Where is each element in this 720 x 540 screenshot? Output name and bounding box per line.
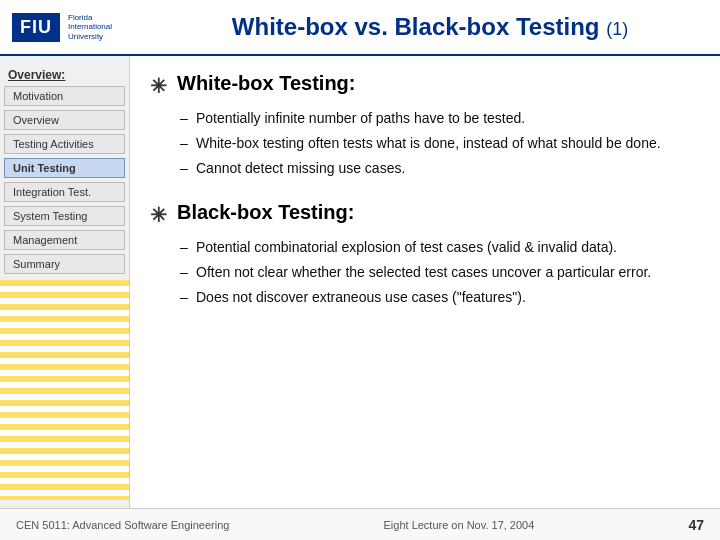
blackbox-section: ✳ Black-box Testing: Potential combinato…	[150, 201, 700, 310]
sidebar: Overview: Motivation Overview Testing Ac…	[0, 56, 130, 508]
sidebar-decoration	[0, 280, 129, 500]
blackbox-list: Potential combinatorial explosion of tes…	[180, 235, 700, 310]
logo-sub: Florida International University	[68, 13, 138, 42]
sidebar-item-system-testing[interactable]: System Testing	[4, 206, 125, 226]
blackbox-body: Potential combinatorial explosion of tes…	[180, 235, 700, 310]
header: FIU Florida International University Whi…	[0, 0, 720, 56]
sidebar-item-integration-test[interactable]: Integration Test.	[4, 182, 125, 202]
sidebar-item-overview[interactable]: Overview	[4, 110, 125, 130]
blackbox-title: Black-box Testing:	[177, 201, 354, 224]
sidebar-item-unit-testing[interactable]: Unit Testing	[4, 158, 125, 178]
content-area: ✳ White-box Testing: Potentially infinit…	[130, 56, 720, 508]
sidebar-item-motivation[interactable]: Motivation	[4, 86, 125, 106]
page-title: White-box vs. Black-box Testing (1)	[152, 13, 708, 41]
list-item: Does not discover extraneous use cases (…	[180, 285, 700, 310]
sidebar-label: Overview:	[0, 64, 129, 84]
sidebar-item-management[interactable]: Management	[4, 230, 125, 250]
footer-middle: Eight Lecture on Nov. 17, 2004	[384, 519, 535, 531]
list-item: White-box testing often tests what is do…	[180, 131, 700, 156]
sidebar-item-testing-activities[interactable]: Testing Activities	[4, 134, 125, 154]
whitebox-header: ✳ White-box Testing:	[150, 72, 700, 98]
list-item: Cannot detect missing use cases.	[180, 156, 700, 181]
whitebox-section: ✳ White-box Testing: Potentially infinit…	[150, 72, 700, 181]
whitebox-body: Potentially infinite number of paths hav…	[180, 106, 700, 181]
footer-left: CEN 5011: Advanced Software Engineering	[16, 519, 229, 531]
sidebar-item-summary[interactable]: Summary	[4, 254, 125, 274]
footer: CEN 5011: Advanced Software Engineering …	[0, 508, 720, 540]
main-layout: Overview: Motivation Overview Testing Ac…	[0, 56, 720, 508]
logo-text: FIU	[12, 13, 60, 42]
list-item: Potentially infinite number of paths hav…	[180, 106, 700, 131]
whitebox-bullet-icon: ✳	[150, 74, 167, 98]
logo-area: FIU Florida International University	[12, 13, 152, 42]
list-item: Often not clear whether the selected tes…	[180, 260, 700, 285]
whitebox-list: Potentially infinite number of paths hav…	[180, 106, 700, 181]
blackbox-header: ✳ Black-box Testing:	[150, 201, 700, 227]
footer-page: 47	[688, 517, 704, 533]
list-item: Potential combinatorial explosion of tes…	[180, 235, 700, 260]
blackbox-bullet-icon: ✳	[150, 203, 167, 227]
whitebox-title: White-box Testing:	[177, 72, 356, 95]
